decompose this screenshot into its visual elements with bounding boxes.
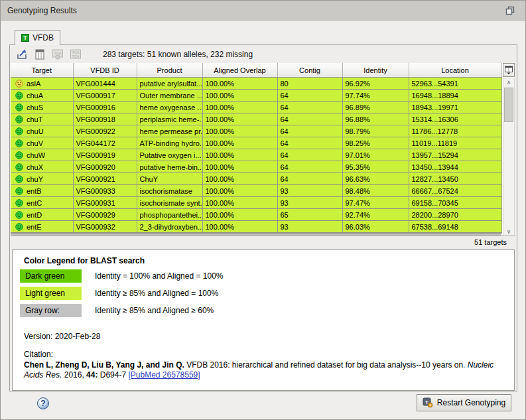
status-ok-smiley-icon (15, 139, 23, 147)
cell-location: 15314...16306 (409, 113, 501, 125)
cell-target: entD (11, 209, 73, 221)
table-row[interactable]: entBVFG000933isochorismatase100.00%9398.… (11, 185, 501, 197)
cell-aligned-overlap: 100.00% (202, 90, 277, 102)
dark-green-swatch: Dark green row: (20, 269, 82, 283)
tab-label: VFDB (33, 33, 54, 42)
target-name: chuT (27, 115, 42, 123)
scrollbar-down-arrow[interactable]: ∨ (503, 227, 515, 236)
cell-identity: 98.25% (342, 137, 409, 149)
cell-contig: 64 (277, 161, 342, 173)
column-select-icon[interactable] (33, 48, 47, 61)
target-name: entE (27, 223, 42, 231)
vertical-scrollbar: ∧ ∨ (503, 63, 515, 236)
results-table-body: aslAVFG001444putative arylsulfat...100.0… (11, 78, 501, 233)
tab-panel: TCA TCA TCA 283 targets: 51 known allele… (9, 44, 517, 391)
table-row[interactable]: chuUVFG000922heme permease pr...100.00%6… (11, 125, 501, 137)
title-bar: Genotyping Results (1, 1, 525, 21)
cell-target: chuU (11, 125, 73, 137)
cell-identity: 96.92% (342, 78, 409, 90)
gray-swatch: Gray row: (20, 304, 82, 317)
cell-contig: 93 (277, 197, 342, 209)
cell-product: isochorismate synt... (137, 197, 202, 209)
table-row[interactable]: chuVVFG044172ATP-binding hydro...100.00%… (11, 137, 501, 149)
cell-identity: 97.47% (342, 197, 409, 209)
status-ok-smiley-icon (15, 127, 23, 135)
status-ok-smiley-icon (15, 163, 23, 171)
help-icon[interactable]: ? (37, 397, 49, 409)
tab-vfdb[interactable]: T VFDB (15, 30, 60, 45)
table-column-chooser-icon[interactable] (503, 63, 515, 77)
genotyping-results-window: Genotyping Results T VFDB (0, 0, 526, 420)
cell-location: 67538...69148 (409, 221, 501, 233)
table-row[interactable]: aslAVFG001444putative arylsulfat...100.0… (11, 78, 501, 90)
legend-title: Color Legend for BLAST search (24, 256, 505, 265)
cell-target: aslA (11, 78, 73, 90)
cell-identity: 96.88% (342, 113, 409, 125)
status-ok-smiley-icon (15, 104, 23, 111)
cell-aligned-overlap: 100.00% (202, 78, 277, 90)
table-row[interactable]: chuXVFG000920putative heme-bin...100.00%… (11, 161, 501, 173)
column-header-vfdb-id[interactable]: VFDB ID (73, 64, 137, 78)
column-header-target[interactable]: Target (11, 64, 73, 78)
cell-contig: 64 (277, 102, 342, 113)
column-header-product[interactable]: Product (137, 64, 202, 78)
column-header-aligned-overlap[interactable]: Aligned Overlap (202, 64, 277, 78)
target-name: entD (27, 211, 42, 219)
table-row[interactable]: chuSVFG000916heme oxygenase ...100.00%64… (11, 102, 501, 113)
restart-genotyping-icon: T (423, 397, 433, 408)
cell-aligned-overlap: 100.00% (202, 161, 277, 173)
svg-text:TCA: TCA (54, 50, 62, 54)
cell-aligned-overlap: 100.00% (202, 113, 277, 125)
pubmed-link[interactable]: [PubMed 26578559] (128, 370, 200, 380)
cell-product: 2_3-dihydroxyben... (137, 221, 202, 233)
cell-identity: 96.03% (342, 221, 409, 233)
table-row[interactable]: entDVFG000929phosphopantethei...100.00%6… (11, 209, 501, 221)
cell-product: Putative oxygen i... (137, 149, 202, 161)
scrollbar-thumb[interactable] (504, 88, 513, 122)
citation-label: Citation: (24, 350, 505, 359)
light-green-description: Identity ≥ 85% and Aligned = 100% (95, 289, 218, 298)
table-row[interactable]: entCVFG000931isochorismate synt...100.00… (11, 197, 501, 209)
cell-location: 13957...15294 (409, 149, 501, 161)
table-row[interactable]: entEVFG0009322_3-dihydroxyben...100.00%9… (11, 221, 501, 233)
target-name: chuX (27, 163, 43, 171)
cell-vfdb-id: VFG000916 (73, 102, 137, 113)
export-icon[interactable] (15, 48, 29, 61)
legend-row-gray: Gray row: Identity ≥ 85% and Aligned ≥ 6… (20, 304, 505, 317)
cell-target: chuW (11, 149, 73, 161)
cell-aligned-overlap: 100.00% (202, 209, 277, 221)
cell-location: 11019...11819 (409, 137, 501, 149)
cell-identity: 98.79% (342, 125, 409, 137)
cell-product: Outer membrane ... (137, 90, 202, 102)
citation-pages: D694-7 (100, 370, 126, 380)
citation-text: Chen L, Zheng D, Liu B, Yang J, and Jin … (24, 360, 508, 380)
restart-genotyping-button[interactable]: T Restart Genotyping (417, 394, 511, 411)
cell-target: entC (11, 197, 73, 209)
cell-vfdb-id: VFG044172 (73, 137, 137, 149)
cell-vfdb-id: VFG000918 (73, 113, 137, 125)
table-row[interactable]: chuYVFG000921ChuY100.00%6496.63%12827...… (11, 173, 501, 185)
cell-vfdb-id: VFG000917 (73, 90, 137, 102)
targets-count-status: 51 targets (11, 236, 515, 249)
cell-identity: 96.63% (342, 173, 409, 185)
table-row[interactable]: chuAVFG000917Outer membrane ...100.00%64… (11, 90, 501, 102)
cell-aligned-overlap: 100.00% (202, 197, 277, 209)
column-header-identity[interactable]: Identity (342, 64, 409, 78)
cell-identity: 95.35% (342, 161, 409, 173)
show-alignment-icon[interactable]: TCA TCA (68, 48, 83, 61)
cell-vfdb-id: VFG000922 (73, 125, 137, 137)
cell-location: 66667...67524 (409, 185, 501, 197)
column-header-location[interactable]: Location (409, 64, 501, 78)
cell-aligned-overlap: 100.00% (202, 125, 277, 137)
table-row[interactable]: chuWVFG000919Putative oxygen i...100.00%… (11, 149, 501, 161)
show-allele-sequence-icon[interactable]: TCA (50, 48, 65, 61)
scrollbar-up-arrow[interactable]: ∧ (503, 78, 515, 87)
float-view-icon[interactable] (505, 6, 515, 15)
target-name: chuY (27, 175, 43, 183)
cell-contig: 64 (277, 149, 342, 161)
cell-vfdb-id: VFG000933 (73, 185, 137, 197)
light-green-swatch: Light green row: (20, 287, 82, 300)
column-header-contig[interactable]: Contig (277, 64, 342, 78)
cell-product: ChuY (137, 173, 202, 185)
table-row[interactable]: chuTVFG000918periplasmic heme-...100.00%… (11, 113, 501, 125)
